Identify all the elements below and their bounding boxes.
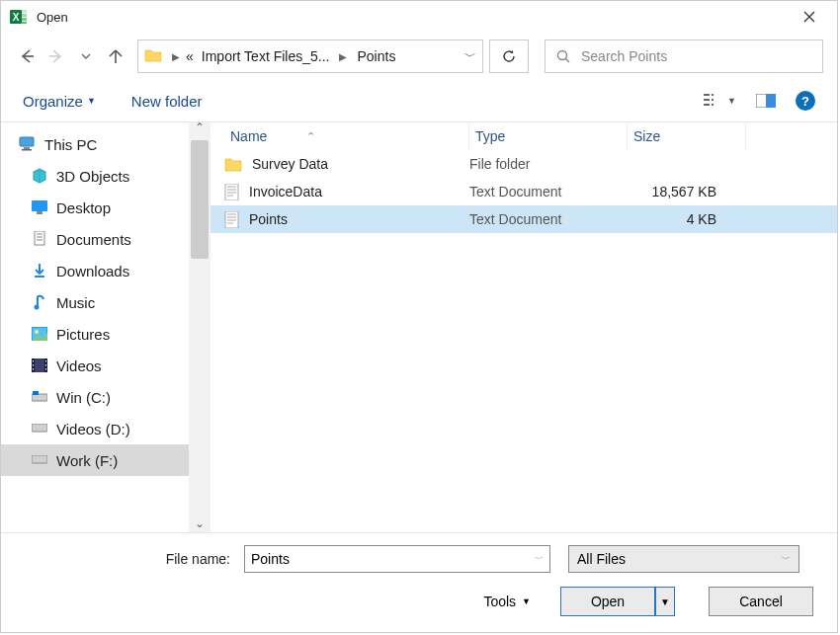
search-box[interactable]: [545, 40, 823, 73]
filename-input[interactable]: [251, 551, 535, 567]
chevron-down-icon: ▼: [87, 96, 96, 106]
organize-button[interactable]: Organize ▼: [23, 93, 96, 110]
new-folder-button[interactable]: New folder: [131, 93, 203, 110]
body: This PC 3D Objects Desktop Documents Dow…: [1, 121, 837, 533]
navbar: ▶ « Import Text Files_5... ▶ Points ﹀: [1, 33, 837, 80]
chevron-down-icon[interactable]: ﹀: [464, 48, 476, 65]
tree-label: Pictures: [56, 326, 110, 343]
search-icon: [555, 48, 571, 64]
svg-point-24: [35, 330, 39, 334]
view-options-button[interactable]: ▼: [704, 93, 736, 109]
file-name: InvoiceData: [249, 184, 322, 199]
text-file-icon: [224, 211, 239, 228]
file-type-filter[interactable]: All Files ﹀: [568, 545, 799, 573]
drive-icon: [31, 451, 48, 469]
tree-label: 3D Objects: [56, 168, 129, 185]
tree-label: Documents: [56, 231, 131, 248]
svg-rect-10: [712, 94, 714, 96]
scroll-up-icon[interactable]: ⌃: [189, 120, 210, 134]
back-button[interactable]: [15, 42, 39, 70]
breadcrumb-current[interactable]: Points: [353, 46, 399, 66]
file-size: 4 KB: [628, 211, 746, 227]
cancel-button[interactable]: Cancel: [709, 587, 813, 616]
drive-icon: [31, 420, 48, 437]
svg-rect-35: [33, 391, 39, 395]
folder-icon: [224, 157, 242, 172]
breadcrumb-parent[interactable]: Import Text Files_5...: [198, 46, 334, 66]
file-pane: Name⌃ Type Size Survey Data File folder …: [210, 122, 837, 532]
col-size-header[interactable]: Size: [628, 122, 746, 150]
tree-win-c[interactable]: Win (C:): [1, 381, 189, 413]
tree-label: Downloads: [56, 263, 129, 279]
svg-rect-33: [45, 368, 46, 370]
tree-label: Desktop: [56, 199, 111, 216]
chevron-down-icon: ▼: [727, 96, 736, 106]
toolbar: Organize ▼ New folder ▼ ?: [1, 80, 837, 121]
tree-desktop[interactable]: Desktop: [1, 192, 189, 223]
svg-rect-16: [24, 147, 30, 149]
svg-rect-17: [22, 149, 32, 151]
svg-rect-29: [33, 364, 34, 366]
svg-rect-28: [33, 360, 34, 362]
close-button[interactable]: [790, 2, 829, 32]
tools-label: Tools: [483, 594, 516, 609]
scroll-down-icon[interactable]: ⌄: [189, 516, 210, 530]
svg-rect-30: [33, 368, 34, 370]
open-dropdown-button[interactable]: ▼: [655, 587, 675, 616]
file-row-selected[interactable]: Points Text Document 4 KB: [210, 205, 837, 233]
tree-videos[interactable]: Videos: [1, 350, 189, 381]
chevron-down-icon: ▼: [522, 596, 531, 606]
tree-label: Videos (D:): [56, 421, 130, 437]
tree-label: Music: [56, 294, 95, 311]
address-bar[interactable]: ▶ « Import Text Files_5... ▶ Points ﹀: [137, 40, 483, 73]
open-button[interactable]: Open: [560, 587, 655, 616]
svg-rect-37: [32, 455, 47, 463]
svg-rect-4: [22, 18, 27, 21]
up-button[interactable]: [104, 42, 127, 70]
svg-rect-8: [704, 99, 710, 101]
tree-documents[interactable]: Documents: [1, 223, 189, 255]
preview-pane-button[interactable]: [756, 94, 776, 108]
tree-scrollbar[interactable]: ⌃ ⌄: [189, 122, 210, 532]
svg-text:X: X: [13, 12, 20, 23]
forward-button[interactable]: [44, 42, 68, 70]
svg-point-22: [35, 305, 40, 310]
pc-icon: [19, 135, 37, 153]
refresh-button[interactable]: [489, 40, 529, 73]
tree-3d-objects[interactable]: 3D Objects: [1, 160, 189, 192]
desktop-icon: [31, 198, 48, 216]
svg-rect-36: [32, 424, 47, 432]
breadcrumb-prefix: «: [186, 48, 194, 64]
chevron-right-icon: ▶: [337, 51, 349, 62]
svg-rect-14: [766, 94, 776, 108]
column-headers: Name⌃ Type Size: [210, 122, 837, 150]
drive-icon: [31, 388, 48, 406]
tree-downloads[interactable]: Downloads: [1, 255, 189, 286]
tree-label: Win (C:): [56, 389, 111, 406]
dialog-title: Open: [37, 10, 68, 25]
tree-pictures[interactable]: Pictures: [1, 318, 189, 350]
col-name-header[interactable]: Name⌃: [224, 122, 469, 150]
file-type: Text Document: [469, 184, 628, 199]
filter-label: All Files: [577, 551, 626, 567]
tree-label: Videos: [56, 357, 102, 374]
svg-rect-9: [704, 104, 710, 106]
tree-videos-d[interactable]: Videos (D:): [1, 413, 189, 444]
recent-dropdown[interactable]: [74, 42, 98, 70]
col-type-header[interactable]: Type: [469, 122, 628, 150]
chevron-down-icon[interactable]: ﹀: [535, 553, 544, 566]
tree-this-pc[interactable]: This PC: [1, 128, 189, 160]
tree-work-f[interactable]: Work (F:): [1, 444, 189, 476]
tools-button[interactable]: Tools ▼: [483, 594, 531, 609]
help-button[interactable]: ?: [796, 91, 815, 111]
scroll-thumb[interactable]: [191, 140, 209, 259]
svg-rect-11: [712, 99, 714, 101]
chevron-down-icon: ﹀: [782, 553, 791, 566]
open-dialog: X Open ▶ « Import Text Files_5... ▶: [0, 0, 838, 633]
tree-music[interactable]: Music: [1, 286, 189, 318]
file-name: Survey Data: [252, 156, 328, 172]
file-row[interactable]: Survey Data File folder: [210, 150, 837, 178]
filename-combo[interactable]: ﹀: [244, 545, 550, 573]
file-row[interactable]: InvoiceData Text Document 18,567 KB: [210, 178, 837, 205]
search-input[interactable]: [581, 48, 812, 64]
